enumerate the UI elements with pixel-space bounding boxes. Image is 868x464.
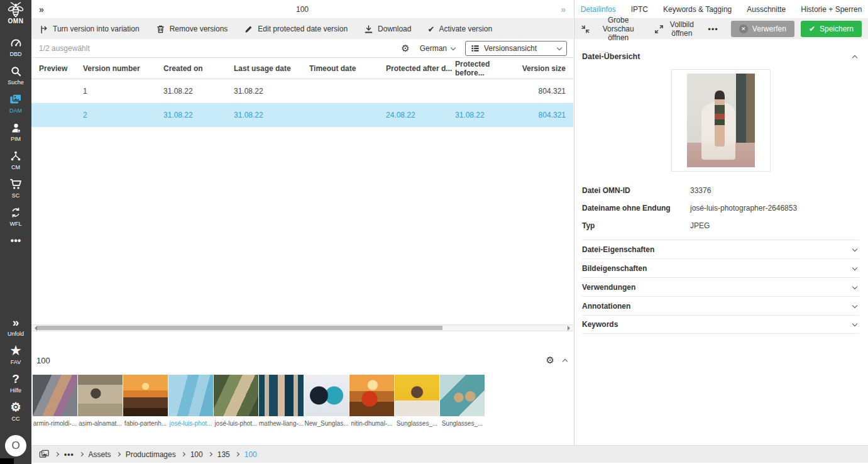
rough-preview-button[interactable]: Grobe Vorschau öffnen xyxy=(581,16,642,42)
scroll-left-icon[interactable] xyxy=(32,326,37,331)
breadcrumb-135[interactable]: 135 xyxy=(217,450,230,459)
user-avatar[interactable]: O xyxy=(5,435,26,456)
turn-version-into-variation-button[interactable]: Turn version into variation xyxy=(39,25,140,34)
field-label: Typ xyxy=(582,221,690,230)
strip-settings-gear-icon[interactable]: ⚙ xyxy=(546,355,554,366)
asset-thumbnail[interactable]: josé-luis-phot... xyxy=(214,375,258,427)
download-icon xyxy=(364,25,373,34)
remove-versions-button[interactable]: Remove versions xyxy=(156,25,228,34)
sidebar-item-suche[interactable]: Suche xyxy=(8,64,24,86)
settings-gear-icon[interactable]: ⚙ xyxy=(401,43,409,54)
section-keywords[interactable]: Keywords xyxy=(582,315,859,334)
sidebar-item-pim[interactable]: PIM xyxy=(9,121,23,142)
asset-thumbnail[interactable]: New_Sunglas... xyxy=(304,375,349,427)
field-label: Datei OMN-ID xyxy=(582,186,690,195)
expand-right-icon[interactable]: » xyxy=(561,4,566,14)
download-button[interactable]: Download xyxy=(364,25,411,34)
sidebar-item-cc[interactable]: ⚙ CC xyxy=(10,400,21,422)
file-overview-section[interactable]: Datei-Übersicht xyxy=(582,48,859,65)
asset-thumbnail[interactable]: nitin-dhumal-... xyxy=(349,375,394,427)
asset-thumbnail[interactable]: fabio-partenh... xyxy=(123,375,168,427)
breadcrumb-productimages[interactable]: Productimages xyxy=(126,450,176,459)
sidebar-item-wfl[interactable]: WFL xyxy=(9,206,22,227)
section-datei-eigenschaften[interactable]: Datei-Eigenschaften xyxy=(582,240,859,258)
view-mode-select[interactable]: Versionsansicht xyxy=(465,41,567,56)
save-button[interactable]: ✔ Speichern xyxy=(801,21,862,37)
column-header[interactable]: Preview xyxy=(39,64,83,73)
sidebar-item-label: DBD xyxy=(9,51,21,57)
images-icon[interactable] xyxy=(39,449,50,460)
expand-icon xyxy=(654,25,664,34)
sidebar-item-label: DAM xyxy=(9,108,22,114)
protected-after: 24.08.22 xyxy=(386,111,455,119)
search-icon xyxy=(9,64,23,78)
asset-thumbnail-selected[interactable]: josé-luis-phot... xyxy=(168,375,213,427)
version-row-1[interactable]: 1 31.08.22 31.08.22 804.321 xyxy=(31,79,573,103)
more-actions-icon[interactable]: ••• xyxy=(708,25,718,34)
asset-thumbnail[interactable]: Sunglasses_... xyxy=(395,375,439,427)
column-header[interactable]: Protected before... xyxy=(455,60,518,77)
language-dropdown[interactable]: German xyxy=(420,44,455,53)
tab-keywords-tagging[interactable]: Keywords & Tagging xyxy=(663,5,732,14)
sidebar-item-hilfe[interactable]: ? Hilfe xyxy=(10,372,21,394)
sidebar-item-unfold[interactable]: » Unfold xyxy=(8,316,24,337)
section-bildeigenschaften[interactable]: Bildeigenschaften xyxy=(582,258,859,277)
corner-block xyxy=(0,458,14,464)
omn-logo[interactable]: OMN xyxy=(6,3,25,25)
file-preview-box xyxy=(671,69,771,172)
asset-label: mathew-liang-... xyxy=(259,420,304,427)
breadcrumb-separator-icon xyxy=(79,452,84,456)
asset-thumbnail[interactable]: mathew-liang-... xyxy=(259,375,304,427)
column-header[interactable]: Version number xyxy=(83,64,163,73)
tab-ausschnitte[interactable]: Ausschnitte xyxy=(747,5,786,14)
column-header[interactable]: Protected after d... xyxy=(386,64,455,73)
activate-version-button[interactable]: ✔ Activate version xyxy=(427,25,492,34)
sidebar-item-more[interactable]: ••• xyxy=(11,234,21,254)
asset-image xyxy=(33,375,77,416)
chevron-down-icon xyxy=(852,284,857,289)
edit-protected-date-button[interactable]: Edit protected date version xyxy=(244,25,348,34)
section-verwendungen[interactable]: Verwendungen xyxy=(582,277,859,296)
tab-detailinfos[interactable]: Detailinfos xyxy=(581,5,616,14)
breadcrumb-100-current[interactable]: 100 xyxy=(244,450,257,459)
sidebar-item-fav[interactable]: ★ FAV xyxy=(10,344,21,365)
column-header[interactable]: Created on xyxy=(163,64,234,73)
asset-label: asim-alnamat... xyxy=(78,420,123,427)
fullscreen-button[interactable]: Vollbild öffnen xyxy=(654,20,695,38)
column-header[interactable]: Last usage date xyxy=(234,64,309,73)
preview-figure xyxy=(715,91,725,146)
asset-thumbnail[interactable]: asim-alnamat... xyxy=(78,375,123,427)
cart-icon xyxy=(9,177,23,191)
chevron-down-icon xyxy=(451,45,456,50)
sidebar-item-cm[interactable]: CM xyxy=(9,149,22,170)
collapse-strip-icon[interactable] xyxy=(563,358,568,363)
version-row-2[interactable]: 2 31.08.22 31.08.22 24.08.22 31.08.22 80… xyxy=(31,103,573,127)
column-header[interactable]: Timeout date xyxy=(309,64,386,73)
breadcrumb-ellipsis[interactable]: ••• xyxy=(64,450,74,459)
page-title: 100 xyxy=(31,5,573,14)
last-usage-date: 31.08.22 xyxy=(234,87,309,96)
version-size: 804.321 xyxy=(518,111,566,119)
section-title: Datei-Eigenschaften xyxy=(582,245,654,254)
horizontal-scrollbar[interactable] xyxy=(31,324,573,331)
breadcrumb-100[interactable]: 100 xyxy=(190,450,203,459)
section-annotationen[interactable]: Annotationen xyxy=(582,296,859,315)
selection-bar: 1/2 ausgewählt ⚙ German Versionsansicht xyxy=(31,39,573,58)
close-circle-icon: ✕ xyxy=(739,25,748,33)
sidebar-item-dbd[interactable]: DBD xyxy=(9,36,23,57)
breadcrumb-assets[interactable]: Assets xyxy=(89,450,111,459)
sidebar-item-sc[interactable]: SC xyxy=(9,177,23,199)
chevron-down-icon xyxy=(852,265,857,270)
column-header[interactable]: Version size xyxy=(518,64,566,73)
section-title: Annotationen xyxy=(582,302,630,311)
discard-button[interactable]: ✕ Verwerfen xyxy=(731,21,794,37)
asset-image xyxy=(304,375,349,416)
scroll-right-icon[interactable] xyxy=(568,326,573,331)
sidebar-item-dam[interactable]: DAM xyxy=(9,92,23,114)
asset-thumbnail[interactable]: Sunglasses_... xyxy=(440,375,485,427)
tab-iptc[interactable]: IPTC xyxy=(631,5,648,14)
scrollbar-thumb[interactable] xyxy=(37,326,442,330)
asset-thumbnail[interactable]: armin-rimoldi-... xyxy=(33,375,77,427)
tab-historie-sperren[interactable]: Historie + Sperren xyxy=(801,5,862,14)
asset-label: josé-luis-phot... xyxy=(168,420,213,427)
